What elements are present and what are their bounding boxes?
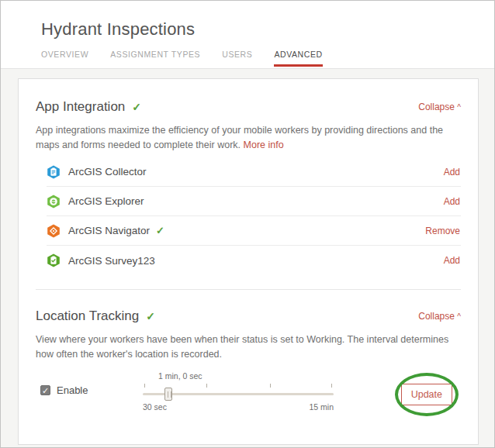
row-check-icon: ✓ <box>156 225 164 236</box>
chevron-up-icon: ^ <box>457 312 461 321</box>
slider-max-label: 15 min <box>309 402 334 412</box>
add-survey123-link[interactable]: Add <box>444 255 461 266</box>
app-integration-section: App Integration ✓ Collapse ^ App integra… <box>36 99 461 275</box>
page-title: Hydrant Inspections <box>41 19 494 40</box>
interval-slider: 1 min, 0 sec 30 sec 15 min <box>143 371 334 415</box>
app-integration-collapse-link[interactable]: Collapse ^ <box>418 102 461 112</box>
section-check-icon: ✓ <box>132 101 141 113</box>
location-tracking-collapse-link[interactable]: Collapse ^ <box>418 311 461 322</box>
tab-assignment-types[interactable]: ASSIGNMENT TYPES <box>110 50 200 67</box>
enable-checkbox-group[interactable]: ✓ Enable <box>40 384 88 396</box>
tracking-controls: ✓ Enable 1 min, 0 sec 30 sec 15 min Upda… <box>36 371 461 418</box>
tab-bar: OVERVIEW ASSIGNMENT TYPES USERS ADVANCED <box>41 50 494 67</box>
update-button[interactable]: Update <box>401 384 452 405</box>
enable-label: Enable <box>57 384 88 396</box>
tab-users[interactable]: USERS <box>222 50 252 67</box>
app-name: ArcGIS Navigator <box>68 225 150 236</box>
app-row-collector: ArcGIS Collector Add <box>47 157 461 187</box>
location-tracking-description: View where your workers have been when t… <box>36 333 461 362</box>
section-check-icon: ✓ <box>146 310 155 322</box>
slider-tick <box>206 384 207 388</box>
survey123-icon <box>47 253 61 267</box>
app-name: ArcGIS Explorer <box>68 195 144 207</box>
add-collector-link[interactable]: Add <box>444 167 461 177</box>
location-tracking-section: Location Tracking ✓ Collapse ^ View wher… <box>36 308 461 418</box>
app-list: ArcGIS Collector Add ArcGIS Explorer Add <box>47 157 461 275</box>
app-integration-title: App Integration <box>36 99 125 115</box>
more-info-link[interactable]: More info <box>244 140 284 150</box>
app-row-navigator: ArcGIS Navigator ✓ Remove <box>47 216 461 246</box>
slider-current-value: 1 min, 0 sec <box>158 371 202 381</box>
app-name: ArcGIS Survey123 <box>68 255 155 267</box>
chevron-up-icon: ^ <box>457 103 461 112</box>
app-row-explorer: ArcGIS Explorer Add <box>47 187 461 216</box>
slider-handle[interactable] <box>164 388 172 401</box>
app-row-survey123: ArcGIS Survey123 Add <box>47 246 461 275</box>
advanced-settings-card: App Integration ✓ Collapse ^ App integra… <box>18 78 479 445</box>
location-tracking-title: Location Tracking <box>36 308 139 324</box>
slider-tick <box>270 384 271 388</box>
app-integration-description: App integrations maximize the efficiency… <box>36 123 461 153</box>
section-divider <box>36 289 461 290</box>
navigator-icon <box>47 224 61 238</box>
collector-icon <box>47 165 61 179</box>
update-button-area: Update <box>401 384 452 405</box>
workforce-configure-window: Hydrant Inspections OVERVIEW ASSIGNMENT … <box>0 0 495 448</box>
explorer-icon <box>47 195 61 208</box>
remove-navigator-link[interactable]: Remove <box>425 226 461 236</box>
tab-advanced[interactable]: ADVANCED <box>274 50 322 67</box>
slider-tick <box>331 384 332 388</box>
add-explorer-link[interactable]: Add <box>444 196 461 207</box>
enable-checkbox[interactable]: ✓ <box>40 385 50 395</box>
slider-min-label: 30 sec <box>143 402 167 412</box>
project-header: Hydrant Inspections OVERVIEW ASSIGNMENT … <box>1 1 494 69</box>
slider-tick <box>144 384 145 388</box>
app-name: ArcGIS Collector <box>68 166 147 177</box>
tab-overview[interactable]: OVERVIEW <box>41 50 88 67</box>
